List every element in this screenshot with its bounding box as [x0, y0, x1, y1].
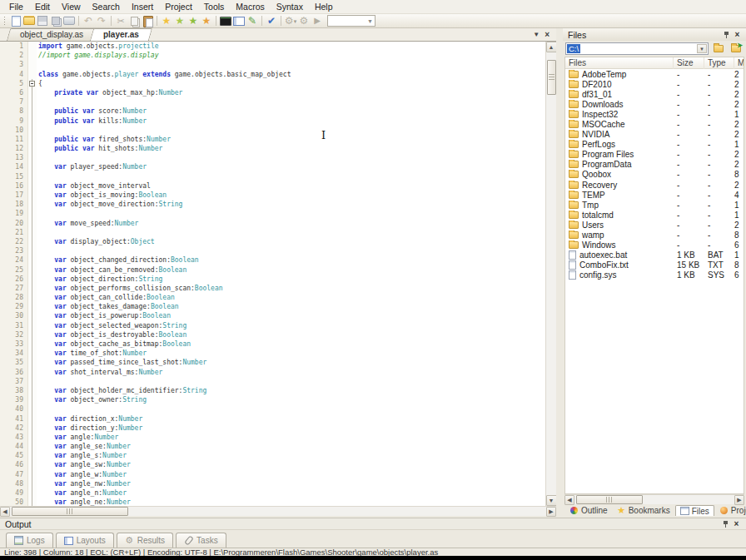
- editor-vertical-scrollbar[interactable]: ▲ ▼: [545, 42, 556, 506]
- run-play-icon[interactable]: [311, 15, 324, 27]
- cut-icon[interactable]: [114, 15, 127, 27]
- file-row-autoexec.bat[interactable]: autoexec.bat1 KBBAT1: [565, 250, 744, 260]
- syntax-check-icon[interactable]: [265, 15, 278, 27]
- menu-item-syntax[interactable]: Syntax: [271, 1, 309, 12]
- open-folder-icon[interactable]: [22, 15, 36, 27]
- panel-tab-files[interactable]: Files: [675, 505, 714, 516]
- close-icon[interactable]: ×: [732, 30, 743, 40]
- horizontal-scroll-thumb[interactable]: [576, 495, 643, 504]
- toolbar-grip[interactable]: [3, 16, 7, 26]
- new-file-icon[interactable]: [9, 15, 22, 27]
- file-row-combofix.txt[interactable]: ComboFix.txt15 KBTXT8: [565, 260, 744, 270]
- file-row-perflogs[interactable]: PerfLogs--1: [565, 140, 744, 150]
- horizontal-scroll-thumb[interactable]: [12, 507, 128, 516]
- file-row-program-files[interactable]: Program Files--2: [565, 150, 744, 160]
- column-header-modified[interactable]: Modified: [734, 57, 744, 69]
- file-type-cell: -: [704, 100, 734, 109]
- close-document-icon[interactable]: ×: [545, 30, 550, 39]
- build-gear-icon[interactable]: [284, 15, 297, 27]
- menu-item-insert[interactable]: Insert: [126, 1, 159, 12]
- bookmark-next-icon[interactable]: [186, 15, 200, 27]
- layout-panels-icon[interactable]: [232, 15, 246, 27]
- scroll-right-icon[interactable]: ▶: [734, 495, 744, 505]
- code-text: public var hit_shots:Number: [37, 144, 162, 153]
- file-row-df31_01[interactable]: df31_01--2: [565, 89, 744, 99]
- file-row-tmp[interactable]: Tmp--1: [565, 200, 744, 210]
- pin-icon[interactable]: [720, 519, 731, 529]
- bookmark-clear-icon[interactable]: [200, 15, 213, 27]
- file-row-recovery[interactable]: Recovery--2: [565, 180, 744, 190]
- file-row-msocache[interactable]: MSOCache--2: [565, 119, 744, 129]
- menu-item-help[interactable]: Help: [309, 1, 339, 12]
- panel-tab-project[interactable]: Project: [715, 505, 746, 516]
- scroll-up-icon[interactable]: ▲: [546, 42, 557, 52]
- scroll-left-icon[interactable]: ◀: [564, 495, 574, 505]
- print-icon[interactable]: [62, 15, 76, 27]
- fold-collapse-icon[interactable]: [29, 81, 35, 87]
- scroll-down-icon[interactable]: ▼: [546, 495, 557, 506]
- paste-icon[interactable]: [141, 15, 154, 27]
- file-row-nvidia[interactable]: NVIDIA--2: [565, 130, 744, 140]
- vertical-scroll-thumb[interactable]: [547, 60, 556, 95]
- console-icon[interactable]: [219, 15, 232, 27]
- menu-item-view[interactable]: View: [56, 1, 87, 12]
- bookmark-prev-icon[interactable]: [173, 15, 186, 27]
- file-row-users[interactable]: Users--2: [565, 220, 744, 230]
- output-tab-results[interactable]: Results: [117, 533, 173, 548]
- chevron-down-icon[interactable]: ▼: [697, 44, 707, 53]
- panel-tab-outline[interactable]: Outline: [565, 505, 612, 516]
- files-horizontal-scrollbar[interactable]: ◀ ▶: [564, 494, 744, 504]
- code-text: public var score:Number: [37, 107, 147, 116]
- file-row-totalcmd[interactable]: totalcmd--1: [565, 210, 744, 220]
- menu-item-search[interactable]: Search: [87, 1, 126, 12]
- folder-up-button[interactable]: ➤: [729, 42, 744, 55]
- scroll-left-icon[interactable]: ◀: [0, 507, 10, 517]
- file-row-df2010[interactable]: DF2010--2: [565, 79, 744, 89]
- menu-item-macros[interactable]: Macros: [230, 1, 270, 12]
- save-icon[interactable]: [36, 15, 49, 27]
- pin-icon[interactable]: [721, 30, 732, 40]
- fold-margin[interactable]: [28, 79, 37, 88]
- menu-item-file[interactable]: File: [3, 1, 29, 12]
- file-row-temp[interactable]: TEMP--4: [565, 190, 744, 200]
- panel-splitter[interactable]: [556, 28, 563, 516]
- file-row-programdata[interactable]: ProgramData--2: [565, 160, 744, 170]
- path-combobox[interactable]: C:\ ▼: [565, 42, 709, 55]
- output-tab-logs[interactable]: Logs: [6, 533, 53, 548]
- column-header-size[interactable]: Size: [674, 57, 704, 69]
- file-row-adobetemp[interactable]: AdobeTemp--2: [565, 69, 744, 79]
- close-icon[interactable]: ×: [731, 519, 742, 529]
- save-all-icon[interactable]: [49, 15, 62, 27]
- file-row-wamp[interactable]: wamp--8: [565, 230, 744, 240]
- file-row-windows[interactable]: Windows--6: [565, 240, 744, 250]
- file-row-config.sys[interactable]: config.sys1 KBSYS6: [565, 270, 744, 280]
- file-row-downloads[interactable]: Downloads--2: [565, 99, 744, 109]
- undo-icon[interactable]: [82, 15, 95, 27]
- file-name: config.sys: [579, 270, 616, 280]
- scroll-right-icon[interactable]: ▶: [546, 507, 556, 517]
- code-editor[interactable]: 1import game.objects.projectile2//import…: [0, 42, 556, 506]
- menu-item-project[interactable]: Project: [159, 1, 198, 12]
- editor-horizontal-scrollbar[interactable]: ◀ ▶: [0, 506, 556, 516]
- browse-folder-button[interactable]: [711, 42, 726, 55]
- column-header-type[interactable]: Type: [704, 57, 734, 69]
- tab-list-chevron-icon[interactable]: ▼: [533, 31, 540, 38]
- color-brush-icon[interactable]: [246, 15, 259, 27]
- menu-item-tools[interactable]: Tools: [198, 1, 231, 12]
- toolbar-combobox[interactable]: ▼: [327, 15, 375, 27]
- redo-icon[interactable]: [95, 15, 108, 27]
- document-tab-player.as[interactable]: player.as: [92, 28, 151, 41]
- fold-margin: [28, 246, 37, 255]
- output-tab-layouts[interactable]: Layouts: [56, 533, 114, 548]
- file-row-qoobox[interactable]: Qoobox--8: [565, 170, 744, 180]
- settings-gear-icon[interactable]: [297, 15, 311, 27]
- copy-icon[interactable]: [127, 15, 141, 27]
- panel-tab-bookmarks[interactable]: Bookmarks: [613, 505, 674, 516]
- document-tab-object_display.as[interactable]: object_display.as: [8, 28, 95, 41]
- output-tab-tasks[interactable]: Tasks: [176, 533, 226, 548]
- bookmark-star-icon[interactable]: [160, 15, 173, 27]
- column-header-files[interactable]: Files: [565, 57, 674, 69]
- menu-item-edit[interactable]: Edit: [29, 1, 56, 12]
- file-row-inspect32[interactable]: Inspect32--1: [565, 109, 744, 119]
- code-area[interactable]: 1import game.objects.projectile2//import…: [0, 42, 545, 506]
